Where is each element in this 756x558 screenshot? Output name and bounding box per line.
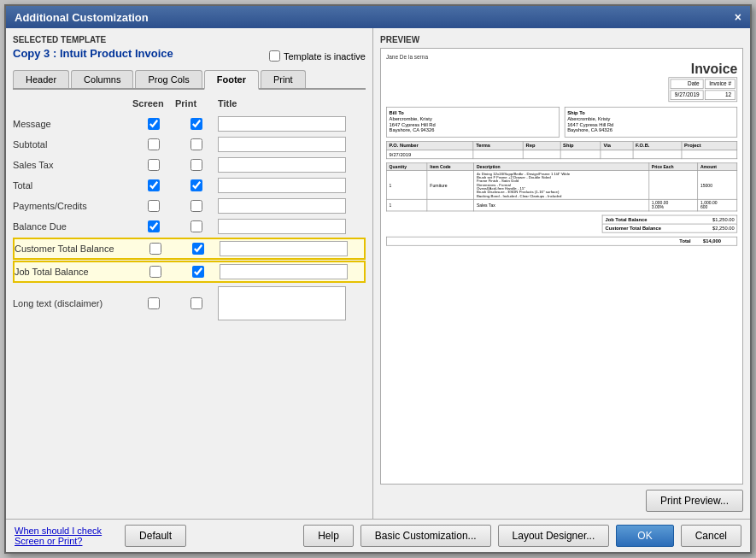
grand-total-label: Total [679, 238, 690, 244]
print-balance-due-check[interactable] [190, 220, 202, 232]
col-title-header: Title [218, 98, 366, 109]
job-total-balance-row: Job Total Balance $1,250.00 [602, 215, 737, 224]
ship-value [560, 150, 601, 159]
left-panel: SELECTED TEMPLATE Copy 3 : Intuit Produc… [6, 28, 373, 519]
title-payments[interactable]: Payments/Credits [218, 198, 346, 214]
print-message [175, 118, 218, 130]
print-customer-balance-check[interactable] [192, 243, 204, 255]
right-panel: PREVIEW Jane De la serna Invoice Date In… [373, 28, 750, 519]
title-balance-due[interactable]: Balance Due [218, 219, 346, 234]
dialog-title: Additional Customization [15, 11, 149, 24]
ship-to-label: Ship To [567, 110, 735, 115]
print-subtotal [175, 138, 218, 150]
row-total: Total Total [13, 175, 366, 196]
dialog-footer: When should I check Screen or Print? Def… [6, 519, 750, 552]
title-sales-tax[interactable]: Sales Tax [218, 157, 346, 173]
preview-label: PREVIEW [380, 35, 743, 44]
screen-payments [132, 200, 175, 212]
fob-value [633, 150, 682, 159]
rep-header: Rep [523, 142, 560, 150]
item2-qty: 1 [386, 199, 427, 211]
item1-desc: 4x Dining 12x24/Supp/Bedkr - Design/Fram… [474, 170, 649, 199]
row-job-total-balance: Job Total Balance Job Total Balance [13, 261, 366, 283]
bill-to-box: Bill To Abercrombie, Kristy 1647 Cypress… [386, 107, 560, 138]
help-button[interactable]: Help [303, 525, 354, 547]
print-long-text-check[interactable] [190, 297, 202, 309]
inactive-checkbox[interactable] [269, 50, 280, 62]
screen-message-check[interactable] [148, 118, 160, 130]
screen-customer-balance [134, 243, 177, 255]
title-total[interactable]: Total [218, 178, 346, 193]
tab-footer[interactable]: Footer [204, 70, 259, 90]
screen-job-balance-check[interactable] [149, 266, 161, 278]
bill-to-label: Bill To [390, 110, 557, 115]
label-total: Total [13, 180, 132, 191]
basic-customization-button[interactable]: Basic Customization... [360, 525, 491, 547]
item2-price: 1,000.003.00% [649, 199, 698, 211]
via-header: Via [601, 142, 633, 150]
inv-from-to: Bill To Abercrombie, Kristy 1647 Cypress… [386, 107, 737, 138]
title-customer-balance[interactable]: Customer Total Balance [220, 241, 348, 256]
cancel-button[interactable]: Cancel [681, 525, 741, 547]
print-total-check[interactable] [190, 179, 202, 191]
print-balance-due [175, 220, 218, 232]
screen-subtotal-check[interactable] [148, 138, 160, 150]
screen-print-help-link[interactable]: When should I check Screen or Print? [15, 526, 118, 546]
print-subtotal-check[interactable] [190, 138, 202, 150]
default-button[interactable]: Default [125, 525, 186, 547]
fob-header: F.O.B. [633, 142, 682, 150]
item2-desc: Sales Tax [474, 199, 649, 211]
tab-prog-cols[interactable]: Prog Cols [135, 70, 202, 88]
customer-total-balance-label: Customer Total Balance [606, 226, 662, 231]
row-payments: Payments/Credits Payments/Credits [13, 196, 366, 216]
row-balance-due: Balance Due Balance Due [13, 216, 366, 237]
project-value [682, 150, 737, 159]
label-sales-tax: Sales Tax [13, 160, 132, 170]
print-total [175, 179, 218, 191]
invoice-customer-name: Jane De la serna [386, 54, 737, 60]
po-number-header: P.O. Number [386, 142, 473, 150]
tab-header[interactable]: Header [13, 70, 69, 88]
terms-value [473, 150, 523, 159]
title-job-balance[interactable]: Job Total Balance [220, 264, 348, 279]
po-value: 9/27/2019 [386, 150, 473, 159]
bill-to-city: Bayshore, CA 94326 [390, 127, 557, 132]
label-job-total-balance: Job Total Balance [15, 267, 134, 277]
layout-designer-button[interactable]: Layout Designer... [498, 525, 610, 547]
project-header: Project [682, 142, 737, 150]
terms-header: Terms [473, 142, 523, 150]
print-payments-check[interactable] [190, 200, 202, 212]
invoice-header: Invoice Date Invoice # 9/27/2019 12 [386, 62, 737, 103]
tab-columns[interactable]: Columns [71, 70, 133, 88]
item2-code [427, 199, 474, 211]
item1-qty: 1 [386, 170, 427, 199]
item-code-header: Item Code [427, 163, 474, 171]
item1-price [649, 170, 698, 199]
price-each-header: Price Each [649, 163, 698, 171]
screen-balance-due-check[interactable] [148, 220, 160, 232]
screen-payments-check[interactable] [148, 200, 160, 212]
screen-balance-due [132, 220, 175, 232]
invoice-preview: Jane De la serna Invoice Date Invoice # [386, 54, 737, 246]
selected-template-label: SELECTED TEMPLATE [13, 35, 366, 44]
title-long-text[interactable] [218, 286, 346, 320]
screen-customer-balance-check[interactable] [149, 243, 161, 255]
print-sales-tax-check[interactable] [190, 159, 202, 171]
row-sales-tax: Sales Tax Sales Tax [13, 155, 366, 175]
screen-sales-tax-check[interactable] [148, 159, 160, 171]
col-message-header [13, 98, 132, 109]
print-message-check[interactable] [190, 118, 202, 130]
rep-value [523, 150, 560, 159]
ok-button[interactable]: OK [616, 525, 673, 547]
close-button[interactable]: × [735, 10, 741, 24]
title-message[interactable]: Customer Message [218, 116, 346, 132]
screen-total-check[interactable] [148, 179, 160, 191]
print-preview-button[interactable]: Print Preview... [646, 490, 743, 512]
screen-long-text-check[interactable] [148, 297, 160, 309]
customer-total-balance-row: Customer Total Balance $2,250.00 [602, 224, 737, 233]
print-sales-tax [175, 159, 218, 171]
tab-print[interactable]: Print [261, 70, 306, 88]
title-subtotal[interactable]: Subtotal [218, 137, 346, 152]
print-job-balance-check[interactable] [192, 266, 204, 278]
label-long-text: Long text (disclaimer) [13, 298, 132, 308]
